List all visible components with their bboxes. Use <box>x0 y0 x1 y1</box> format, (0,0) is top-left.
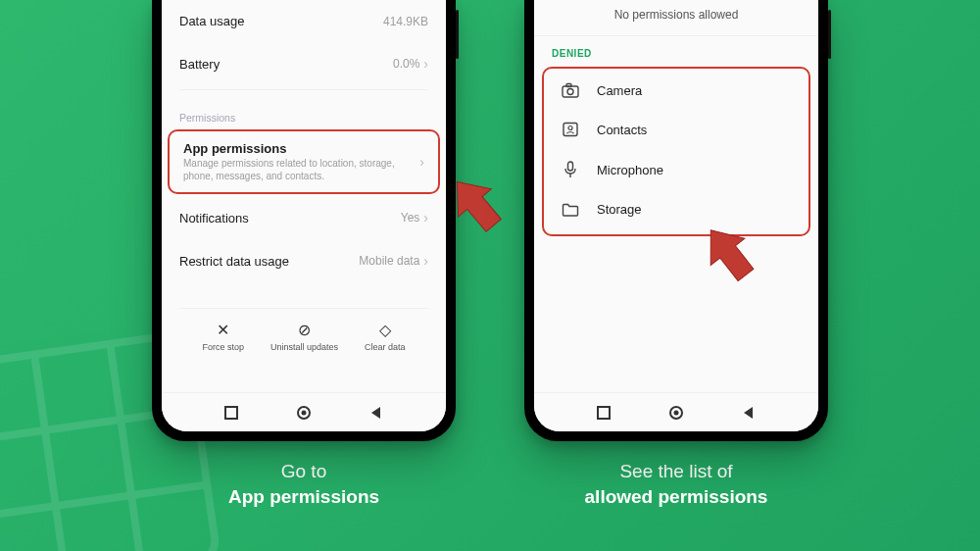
microphone-icon <box>562 161 579 178</box>
permission-microphone-label: Microphone <box>597 163 663 177</box>
permission-item-storage[interactable]: Storage <box>548 190 805 228</box>
caption-left-line2: App permissions <box>228 484 379 510</box>
folder-icon <box>562 203 579 217</box>
data-usage-label: Data usage <box>179 14 245 28</box>
denied-header: DENIED <box>534 36 818 65</box>
chevron-right-icon: › <box>419 154 424 170</box>
app-permissions-title: App permissions <box>183 141 409 156</box>
caption-right-line1: See the list of <box>585 459 768 484</box>
clear-data-label: Clear data <box>365 342 406 352</box>
caption-left: Go to App permissions <box>228 459 379 509</box>
android-nav-bar <box>534 392 818 431</box>
divider <box>179 89 428 90</box>
restrict-label: Restrict data usage <box>179 254 289 269</box>
left-column: Data usage 414.9KB Battery 0.0% › Permis… <box>152 0 456 551</box>
svg-rect-15 <box>568 162 573 171</box>
camera-icon <box>562 82 579 98</box>
nav-recent-button[interactable] <box>222 404 240 422</box>
uninstall-updates-label: Uninstall updates <box>270 342 338 352</box>
row-restrict-data[interactable]: Restrict data usage Mobile data › <box>162 239 446 282</box>
row-data-usage[interactable]: Data usage 414.9KB <box>162 0 446 42</box>
permission-item-microphone[interactable]: Microphone <box>548 149 805 190</box>
row-app-permissions[interactable]: App permissions Manage permissions relat… <box>168 129 440 194</box>
svg-rect-12 <box>566 84 571 87</box>
eraser-icon: ◇ <box>379 323 391 338</box>
caption-right-line2: allowed permissions <box>585 484 768 510</box>
android-nav-bar <box>162 392 446 431</box>
force-stop-button[interactable]: ✕ Force stop <box>202 323 244 352</box>
nav-back-button[interactable] <box>740 404 758 422</box>
chevron-right-icon: › <box>423 253 428 269</box>
nav-home-button[interactable] <box>667 404 685 422</box>
nav-back-button[interactable] <box>368 404 385 422</box>
svg-point-7 <box>302 410 307 415</box>
svg-point-11 <box>567 89 573 95</box>
permission-camera-label: Camera <box>597 83 642 98</box>
section-permissions-header: Permissions <box>162 94 446 127</box>
caption-left-line1: Go to <box>228 459 379 484</box>
permission-item-camera[interactable]: Camera <box>548 71 805 110</box>
force-stop-label: Force stop <box>202 342 244 352</box>
uninstall-updates-button[interactable]: ⊘ Uninstall updates <box>270 323 338 352</box>
no-permissions-allowed-text: No permissions allowed <box>534 0 818 35</box>
svg-rect-10 <box>563 86 578 97</box>
right-column: No permissions allowed DENIED Camera <box>524 0 828 551</box>
notifications-value: Yes <box>401 211 420 225</box>
svg-point-14 <box>568 126 572 130</box>
phone-frame-left: Data usage 414.9KB Battery 0.0% › Permis… <box>152 0 456 441</box>
permission-contacts-label: Contacts <box>597 123 647 137</box>
screen-right: No permissions allowed DENIED Camera <box>534 0 818 431</box>
svg-marker-20 <box>744 407 753 419</box>
phone-frame-right: No permissions allowed DENIED Camera <box>524 0 828 441</box>
clear-data-button[interactable]: ◇ Clear data <box>365 323 406 352</box>
notifications-label: Notifications <box>179 211 249 225</box>
data-usage-value: 414.9KB <box>383 15 428 28</box>
app-permissions-subtitle: Manage permissions related to location, … <box>183 158 409 182</box>
row-battery[interactable]: Battery 0.0% › <box>162 42 446 85</box>
prohibit-icon: ⊘ <box>298 323 311 338</box>
chevron-right-icon: › <box>423 210 428 225</box>
restrict-value: Mobile data <box>359 254 419 268</box>
nav-home-button[interactable] <box>295 404 313 422</box>
denied-permissions-list: Camera Contacts Microphone <box>542 67 810 236</box>
battery-value: 0.0% <box>393 57 419 71</box>
svg-marker-8 <box>371 407 380 419</box>
nav-recent-button[interactable] <box>595 404 612 422</box>
caption-right: See the list of allowed permissions <box>585 459 768 509</box>
row-notifications[interactable]: Notifications Yes › <box>162 196 446 239</box>
chevron-right-icon: › <box>423 56 428 72</box>
divider <box>179 308 428 309</box>
contacts-icon <box>562 122 579 137</box>
svg-rect-5 <box>225 407 237 419</box>
screen-left: Data usage 414.9KB Battery 0.0% › Permis… <box>162 0 446 431</box>
bottom-actions: ✕ Force stop ⊘ Uninstall updates ◇ Clear… <box>162 313 446 360</box>
permission-storage-label: Storage <box>597 202 642 217</box>
svg-rect-17 <box>598 407 610 419</box>
close-icon: ✕ <box>217 323 229 338</box>
battery-label: Battery <box>179 57 220 72</box>
permission-item-contacts[interactable]: Contacts <box>548 110 805 149</box>
svg-point-19 <box>674 410 679 415</box>
